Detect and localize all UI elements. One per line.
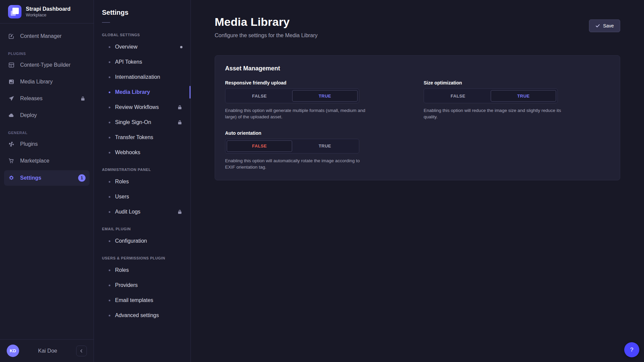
sidebar-item-label: Content-Type Builder	[20, 62, 70, 68]
sidebar-item-marketplace[interactable]: Marketplace	[4, 154, 90, 168]
field-description: Enabling this option will generate multi…	[225, 108, 369, 120]
help-button[interactable]: ?	[624, 342, 639, 357]
sidebar-item-label: Content Manager	[20, 33, 62, 39]
lock-icon	[177, 120, 182, 125]
bullet-icon	[109, 122, 110, 123]
active-indicator-bar	[190, 86, 191, 99]
sidebar-item-label: Releases	[20, 96, 43, 102]
field-label: Size optimization	[424, 80, 585, 85]
field-description: Enabling this option will automatically …	[225, 158, 369, 171]
sidebar-item-label: Settings	[20, 175, 41, 181]
toggle-option-false[interactable]: FALSE	[227, 90, 292, 102]
field-description: Enabling this option will reduce the ima…	[424, 108, 568, 120]
cloud-icon	[8, 112, 15, 119]
settings-notification-badge: 1	[78, 174, 86, 182]
notification-dot-icon	[180, 46, 182, 48]
layout-grid-icon	[8, 62, 15, 68]
sidebar-item-deploy[interactable]: Deploy	[4, 108, 90, 123]
field-size-optimization: Size optimization FALSE TRUE Enabling th…	[424, 80, 585, 120]
subnav-section-global-settings: GLOBAL SETTINGS	[102, 33, 182, 37]
main-content: Media Library Configure the settings for…	[191, 0, 644, 362]
sidebar-item-label: Deploy	[20, 112, 37, 118]
subnav-item-review-workflows[interactable]: Review Workflows	[102, 102, 182, 112]
asset-management-card: Asset Management Responsive friendly upl…	[215, 55, 620, 180]
bullet-icon	[109, 196, 110, 198]
image-icon	[8, 78, 15, 85]
auto-orientation-toggle[interactable]: FALSE TRUE	[225, 139, 359, 154]
gear-icon	[8, 175, 15, 181]
sidebar-footer: KD Kai Doe	[0, 339, 94, 362]
subnav-item-up-email-templates[interactable]: Email templates	[102, 295, 182, 305]
save-button[interactable]: Save	[589, 19, 620, 32]
subnav-item-transfer-tokens[interactable]: Transfer Tokens	[102, 132, 182, 142]
bullet-icon	[109, 152, 110, 154]
subnav-item-admin-users[interactable]: Users	[102, 192, 182, 202]
subnav-item-admin-roles[interactable]: Roles	[102, 177, 182, 187]
bullet-icon	[109, 269, 110, 271]
subnav-item-up-providers[interactable]: Providers	[102, 280, 182, 290]
sidebar-collapse-button[interactable]	[76, 346, 87, 356]
sidebar-section-plugins: PLUGINS	[8, 52, 86, 56]
subnav-title: Settings	[102, 9, 182, 16]
toggle-option-true[interactable]: TRUE	[292, 90, 358, 102]
subnav-section-administration-panel: ADMINISTRATION PANEL	[102, 168, 182, 172]
toggle-option-false[interactable]: FALSE	[227, 140, 292, 152]
bullet-icon	[109, 61, 110, 63]
subnav-item-api-tokens[interactable]: API Tokens	[102, 57, 182, 67]
lock-icon	[177, 209, 182, 215]
check-icon	[595, 23, 600, 28]
bullet-icon	[109, 240, 110, 242]
user-name: Kai Doe	[19, 348, 76, 354]
field-auto-orientation: Auto orientation FALSE TRUE Enabling thi…	[225, 130, 386, 171]
puzzle-icon	[8, 141, 15, 147]
field-responsive-friendly-upload: Responsive friendly upload FALSE TRUE En…	[225, 80, 386, 120]
divider	[102, 22, 110, 23]
subnav-item-up-advanced-settings[interactable]: Advanced settings	[102, 310, 182, 320]
toggle-option-true[interactable]: TRUE	[491, 90, 556, 102]
sidebar-item-content-type-builder[interactable]: Content-Type Builder	[4, 58, 90, 72]
question-mark-icon: ?	[630, 347, 633, 353]
subnav-item-up-roles[interactable]: Roles	[102, 265, 182, 275]
chevron-left-icon	[79, 349, 84, 353]
page-subtitle: Configure the settings for the Media Lib…	[215, 33, 318, 39]
sidebar-item-label: Media Library	[20, 79, 53, 85]
subnav-section-email-plugin: EMAIL PLUGIN	[102, 227, 182, 231]
subnav-item-webhooks[interactable]: Webhooks	[102, 147, 182, 158]
page-title: Media Library	[215, 15, 318, 28]
size-optimization-toggle[interactable]: FALSE TRUE	[424, 88, 558, 103]
responsive-upload-toggle[interactable]: FALSE TRUE	[225, 88, 359, 103]
feather-pen-icon	[8, 33, 15, 40]
toggle-option-true[interactable]: TRUE	[292, 140, 358, 152]
brand-title: Strapi Dashboard	[26, 6, 70, 12]
subnav-item-internationalization[interactable]: Internationalization	[102, 72, 182, 82]
subnav-item-media-library[interactable]: Media Library	[102, 87, 182, 97]
subnav-item-single-sign-on[interactable]: Single Sign-On	[102, 117, 182, 127]
bullet-icon	[109, 76, 110, 78]
bullet-icon	[109, 107, 110, 108]
toggle-option-false[interactable]: FALSE	[425, 90, 491, 102]
sidebar-item-releases[interactable]: Releases	[4, 91, 90, 106]
subnav-item-email-configuration[interactable]: Configuration	[102, 236, 182, 246]
bullet-icon	[109, 315, 110, 316]
field-label: Responsive friendly upload	[225, 80, 386, 85]
bullet-icon	[109, 285, 110, 286]
field-label: Auto orientation	[225, 130, 386, 136]
user-avatar[interactable]: KD	[7, 345, 19, 357]
bullet-icon	[109, 137, 110, 138]
sidebar-item-media-library[interactable]: Media Library	[4, 74, 90, 89]
main-sidebar: Strapi Dashboard Workplace Content Manag…	[0, 0, 94, 362]
cart-icon	[8, 158, 15, 164]
brand-subtitle: Workplace	[26, 12, 70, 18]
lock-icon	[80, 96, 86, 101]
brand[interactable]: Strapi Dashboard Workplace	[0, 0, 94, 23]
subnav-item-audit-logs[interactable]: Audit Logs	[102, 207, 182, 217]
sidebar-item-plugins[interactable]: Plugins	[4, 137, 90, 152]
sidebar-item-content-manager[interactable]: Content Manager	[4, 29, 90, 44]
bullet-icon	[109, 300, 110, 301]
strapi-logo-icon	[8, 5, 21, 18]
subnav-item-overview[interactable]: Overview	[102, 42, 182, 52]
sidebar-item-label: Marketplace	[20, 158, 49, 164]
bullet-icon	[109, 46, 110, 48]
bullet-icon	[109, 211, 110, 213]
sidebar-item-settings[interactable]: Settings 1	[4, 170, 90, 186]
